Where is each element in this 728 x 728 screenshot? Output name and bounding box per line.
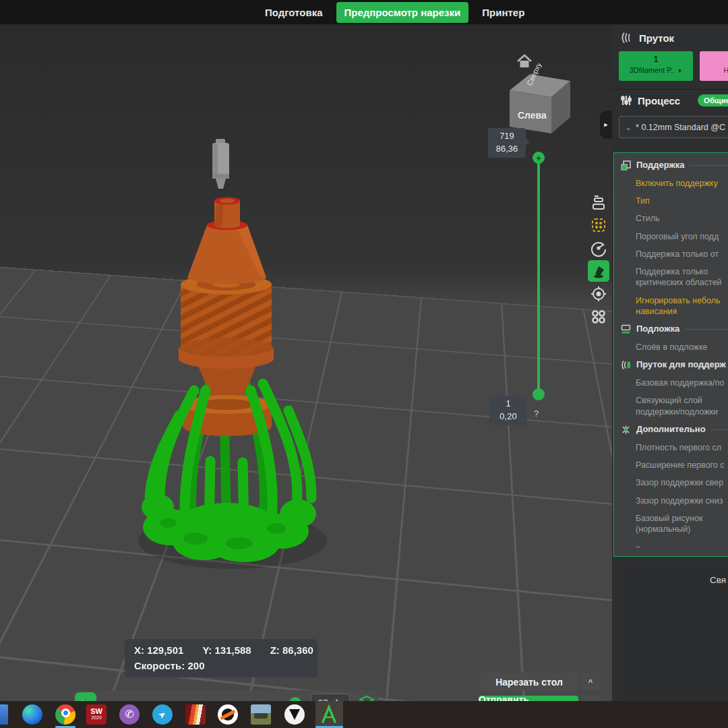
title-bar: Подготовка Предпросмотр нарезки Принтер bbox=[0, 0, 728, 24]
plus-icon: + bbox=[536, 153, 541, 163]
raft-icon bbox=[621, 324, 632, 334]
layer-slider-top-tooltip: 719 86,36 bbox=[488, 128, 526, 158]
top-layer-height: 86,36 bbox=[491, 143, 523, 156]
section-support-filament[interactable]: Пруток для поддерж bbox=[621, 359, 728, 371]
desktop-screen: Сверху Слева ► bbox=[0, 0, 728, 728]
help-icon[interactable]: ? bbox=[534, 408, 539, 419]
setting-style[interactable]: Стиль bbox=[621, 213, 728, 224]
setting-interface-layer-filament[interactable]: Связующий слой поддержки/подложки bbox=[621, 395, 728, 417]
global-settings-label: Общие bbox=[704, 96, 728, 104]
section-advanced[interactable]: Дополнительно bbox=[621, 424, 728, 435]
assembly-gear-icon[interactable] bbox=[588, 283, 609, 305]
process-title: Процесс bbox=[638, 95, 680, 107]
setting-base-support-filament[interactable]: Базовая поддержка/по bbox=[621, 377, 728, 388]
edge-icon[interactable] bbox=[22, 704, 42, 725]
preset-name: * 0.12mm Standard @C bbox=[636, 123, 725, 132]
chevron-down-icon: ▼ bbox=[677, 68, 682, 74]
send-print-button[interactable]: Отправить распечатку bbox=[479, 696, 578, 701]
process-sliders-icon bbox=[620, 94, 632, 107]
support-icon bbox=[621, 160, 632, 170]
send-print-label: Отправить распечатку bbox=[479, 694, 578, 701]
setting-dash[interactable]: – bbox=[621, 541, 728, 552]
aida64-icon[interactable] bbox=[185, 704, 206, 725]
setting-support-on-build-plate-only[interactable]: Поддержка только от bbox=[621, 249, 728, 260]
tab-printer[interactable]: Принтер bbox=[482, 7, 524, 18]
gauge-icon[interactable] bbox=[588, 237, 609, 259]
collapse-arrow-icon: ► bbox=[603, 121, 609, 128]
filament-spool-icon bbox=[620, 31, 634, 44]
slice-plate-button[interactable]: Нарезать стол bbox=[480, 673, 578, 691]
pattern-paint-icon[interactable] bbox=[588, 214, 609, 236]
telegram-icon[interactable]: ➤ bbox=[152, 704, 173, 725]
send-options-button[interactable]: ^ bbox=[581, 696, 600, 701]
viber-icon[interactable]: ✆ bbox=[119, 704, 140, 725]
step-input-box: ▲ ▼ bbox=[311, 694, 350, 701]
layer-slider-lower-handle[interactable] bbox=[533, 388, 545, 400]
world-of-tanks-icon[interactable] bbox=[251, 704, 271, 725]
settings-list: Поддержка Включить поддержку Тип Стиль П… bbox=[613, 152, 728, 557]
orange-circle-app-icon[interactable] bbox=[218, 704, 238, 725]
setting-type[interactable]: Тип bbox=[621, 195, 728, 206]
filament-section-header: Пруток bbox=[620, 31, 674, 44]
slice-plate-label: Нарезать стол bbox=[495, 677, 563, 688]
setting-description-panel: Свя bbox=[624, 570, 728, 698]
tab-prepare[interactable]: Подготовка bbox=[265, 7, 323, 18]
play-button[interactable]: ▶ bbox=[75, 692, 96, 702]
settings-sidebar: Пруток 1 3Dfilament P.. ▼ 2 Hyp Процесс … bbox=[612, 24, 728, 701]
gcode-status-tooltip: X: 129,501 Y: 131,588 Z: 86,360 Скорость… bbox=[125, 639, 317, 677]
view-toolbar bbox=[588, 191, 609, 328]
navigation-cube[interactable]: Сверху Слева bbox=[500, 63, 576, 138]
description-text: Свя bbox=[710, 575, 726, 585]
setting-ignore-small-overhangs[interactable]: Игнорировать неболь нависания bbox=[621, 295, 728, 317]
caret-up-icon: ^ bbox=[588, 678, 593, 686]
solidworks-icon[interactable]: SW 2020 bbox=[86, 704, 107, 725]
setting-first-layer-density[interactable]: Плотность первого сл bbox=[621, 442, 728, 453]
dropdown-caret-icon: ⌄ bbox=[625, 123, 632, 132]
filament-1-number: 1 bbox=[619, 55, 693, 64]
setting-raft-layers[interactable]: Слоёв в подложке bbox=[621, 342, 728, 353]
advanced-icon bbox=[621, 425, 632, 434]
filament-2-number: 2 bbox=[700, 55, 728, 64]
slice-options-button[interactable]: ^ bbox=[581, 673, 600, 691]
slicer-app-icon[interactable] bbox=[319, 704, 339, 725]
setting-threshold-angle[interactable]: Пороговый угол подд bbox=[621, 231, 728, 242]
status-y: Y: 131,588 bbox=[202, 644, 251, 656]
tab-preview[interactable]: Предпросмотр нарезки bbox=[336, 2, 469, 23]
black-circle-app-icon[interactable] bbox=[284, 704, 305, 725]
status-z: Z: 86,360 bbox=[270, 644, 313, 656]
panel-collapse-button[interactable]: ► bbox=[600, 111, 612, 139]
top-layer-number: 719 bbox=[491, 130, 523, 143]
divider bbox=[612, 89, 728, 90]
filament-slot-1[interactable]: 1 3Dfilament P.. ▼ bbox=[619, 51, 693, 81]
filament-2-name: Hyp bbox=[723, 66, 728, 74]
setting-support-critical-regions[interactable]: Поддержка только критических областей bbox=[621, 266, 728, 289]
setting-first-layer-expansion[interactable]: Расширение первого с bbox=[621, 460, 728, 471]
four-dots-icon[interactable] bbox=[588, 306, 609, 328]
layers-mode-icon[interactable] bbox=[358, 694, 375, 702]
setting-base-pattern[interactable]: Базовый рисунок (нормальный) bbox=[621, 513, 728, 535]
layer-slider-upper-handle[interactable]: + bbox=[533, 152, 545, 164]
filament-slot-2[interactable]: 2 Hyp bbox=[700, 51, 728, 81]
setting-top-z-gap[interactable]: Зазор поддержки свер bbox=[621, 477, 728, 488]
setting-bottom-z-gap[interactable]: Зазор поддержки сниз bbox=[621, 495, 728, 506]
object-list-icon[interactable] bbox=[588, 191, 609, 213]
animation-bar: ▶ ▲ ▼ bbox=[73, 690, 377, 701]
move-slider[interactable] bbox=[104, 696, 301, 702]
status-x: X: 129,501 bbox=[134, 644, 183, 656]
support-filament-icon bbox=[621, 360, 632, 369]
chrome-icon[interactable] bbox=[55, 704, 75, 725]
bottom-layer-number: 1 bbox=[492, 398, 524, 411]
filament-title: Пруток bbox=[639, 32, 674, 44]
filament-1-name: 3Dfilament P.. bbox=[630, 66, 675, 74]
preset-dropdown[interactable]: ⌄ * 0.12mm Standard @C bbox=[619, 116, 728, 138]
section-raft[interactable]: Подложка bbox=[621, 324, 728, 335]
process-section-header: Процесс bbox=[620, 94, 680, 107]
setting-enable-support[interactable]: Включить поддержку bbox=[621, 178, 728, 189]
section-support[interactable]: Поддержка bbox=[621, 160, 728, 171]
layer-slider-track[interactable] bbox=[537, 158, 540, 395]
status-speed: Скорость: 200 bbox=[134, 660, 308, 671]
global-settings-badge[interactable]: Общие bbox=[698, 94, 728, 107]
pinned-app-icon[interactable] bbox=[0, 704, 8, 725]
sliced-model bbox=[128, 124, 344, 582]
spotlight-icon[interactable] bbox=[588, 260, 609, 282]
